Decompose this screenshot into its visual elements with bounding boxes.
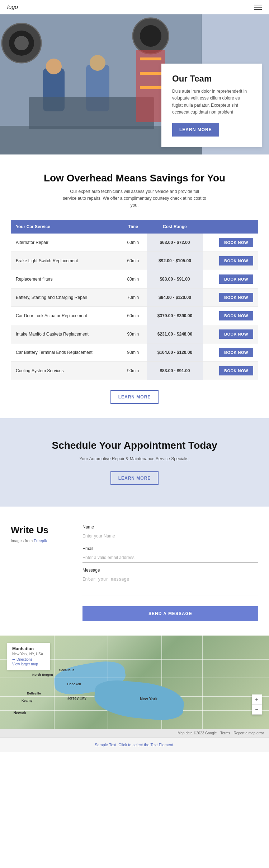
service-cost: $83.00 - $91.00 <box>147 361 203 380</box>
book-cell: BOOK NOW <box>203 270 258 288</box>
map-zoom-controls: + − <box>252 694 262 715</box>
service-name: Alternator Repair <box>11 234 119 252</box>
email-input[interactable] <box>82 553 258 563</box>
directions-arrow-icon: ➡ <box>12 657 15 661</box>
map-jersey-city-label: Jersey City <box>67 696 86 700</box>
map-north-bergen-label: North Bergen <box>32 673 53 677</box>
col-header-cost: Cost Range <box>147 220 203 234</box>
svg-rect-14 <box>140 72 161 75</box>
service-name: Brake Light Switch Replacement <box>11 251 119 270</box>
svg-rect-15 <box>140 86 161 89</box>
map-larger-link[interactable]: View larger map <box>12 662 45 666</box>
map-terms[interactable]: Terms <box>220 731 230 735</box>
service-time: 60min <box>119 306 147 325</box>
map-zoom-in-button[interactable]: + <box>252 694 262 705</box>
book-now-button[interactable]: BOOK NOW <box>219 274 253 284</box>
book-cell: BOOK NOW <box>203 251 258 270</box>
service-cost: $83.00 - $91.00 <box>147 270 203 288</box>
book-now-button[interactable]: BOOK NOW <box>219 329 253 339</box>
service-name: Battery, Starting and Charging Repair <box>11 288 119 306</box>
hero-section: Our Team Duis aute irure dolor in repreh… <box>0 14 269 154</box>
svg-rect-13 <box>140 57 161 60</box>
name-input[interactable] <box>82 531 258 541</box>
book-now-button[interactable]: BOOK NOW <box>219 366 253 375</box>
write-left: Write Us Images from Freepik <box>11 525 68 543</box>
col-header-time: Time <box>119 220 147 234</box>
book-now-button[interactable]: BOOK NOW <box>219 238 253 247</box>
appointment-learn-more-button[interactable]: LEARN MORE <box>110 471 159 485</box>
table-row: Replacement filters 80min $83.00 - $91.0… <box>11 270 258 288</box>
service-name: Car Door Lock Actuator Replacement <box>11 306 119 325</box>
send-message-button[interactable]: SEND A MESSAGE <box>82 606 258 621</box>
service-time: 90min <box>119 325 147 343</box>
services-table: Your Car Service Time Cost Range Alterna… <box>11 220 258 380</box>
book-now-button[interactable]: BOOK NOW <box>219 348 253 357</box>
book-now-button[interactable]: BOOK NOW <box>219 293 253 302</box>
map-section: New York Belleville Kearny Newark Secauc… <box>0 636 269 729</box>
svg-point-5 <box>140 25 161 47</box>
service-cost: $104.00 - $120.00 <box>147 343 203 361</box>
svg-point-3 <box>14 36 29 50</box>
name-label: Name <box>82 525 258 530</box>
table-footer: LEARN MORE <box>11 390 258 404</box>
service-name: Car Battery Terminal Ends Replacement <box>11 343 119 361</box>
map-road <box>0 678 269 678</box>
service-time: 90min <box>119 361 147 380</box>
map-road <box>0 710 269 711</box>
menu-button[interactable] <box>254 5 262 10</box>
service-time: 80min <box>119 270 147 288</box>
hero-card: Our Team Duis aute irure dolor in repreh… <box>161 64 262 147</box>
table-row: Cooling System Services 90min $83.00 - $… <box>11 361 258 380</box>
service-cost: $379.00 - $390.00 <box>147 306 203 325</box>
map-kearny-label: Kearny <box>22 699 33 702</box>
write-title: Write Us <box>11 525 68 536</box>
map-road <box>108 636 108 729</box>
footer-text[interactable]: Sample Text. Click to select the Text El… <box>95 743 174 747</box>
service-cost: $92.00 - $105.00 <box>147 251 203 270</box>
book-cell: BOOK NOW <box>203 234 258 252</box>
map-city: Manhattan <box>12 646 45 651</box>
savings-section: Low Overhead Means Savings for You Our e… <box>0 154 269 418</box>
message-field-group: Message <box>82 568 258 597</box>
message-input[interactable] <box>82 574 258 596</box>
map-new-york-label: New York <box>140 697 157 701</box>
book-cell: BOOK NOW <box>203 325 258 343</box>
map-report[interactable]: Report a map error <box>234 731 264 735</box>
service-time: 70min <box>119 288 147 306</box>
services-learn-more-button[interactable]: LEARN MORE <box>110 390 159 404</box>
map-newark-label: Newark <box>14 711 27 715</box>
service-cost: $94.00 - $120.00 <box>147 288 203 306</box>
map-secaucus-label: Secaucus <box>59 668 74 672</box>
book-cell: BOOK NOW <box>203 306 258 325</box>
hero-learn-more-button[interactable]: LEARN MORE <box>172 123 219 137</box>
map-footer: Map data ©2023 Google Terms Report a map… <box>0 729 269 737</box>
map-road <box>161 636 162 729</box>
svg-point-7 <box>46 59 62 74</box>
map-directions-link[interactable]: ➡ Directions <box>12 657 45 661</box>
map-road <box>0 696 269 697</box>
appointment-title: Schedule Your Appointment Today <box>11 440 258 451</box>
map-info-box: Manhattan New York, NY, USA ➡ Directions… <box>7 643 50 670</box>
map-belleville-label: Belleville <box>27 692 41 695</box>
map-zoom-out-button[interactable]: − <box>252 705 262 715</box>
svg-point-9 <box>90 55 105 71</box>
logo: logo <box>7 4 18 10</box>
col-header-action <box>203 220 258 234</box>
service-cost: $231.00 - $248.00 <box>147 325 203 343</box>
table-row: Intake Manifold Gaskets Replacement 90mi… <box>11 325 258 343</box>
book-now-button[interactable]: BOOK NOW <box>219 311 253 320</box>
freepik-link[interactable]: Freepik <box>34 539 47 543</box>
svg-rect-11 <box>29 97 154 129</box>
contact-form: Name Email Message SEND A MESSAGE <box>82 525 258 621</box>
table-row: Battery, Starting and Charging Repair 70… <box>11 288 258 306</box>
email-label: Email <box>82 546 258 551</box>
write-section: Write Us Images from Freepik Name Email … <box>0 507 269 636</box>
book-now-button[interactable]: BOOK NOW <box>219 256 253 266</box>
email-field-group: Email <box>82 546 258 563</box>
appointment-section: Schedule Your Appointment Today Your Aut… <box>0 418 269 507</box>
map-attribution: Map data ©2023 Google <box>178 731 217 735</box>
table-row: Car Door Lock Actuator Replacement 60min… <box>11 306 258 325</box>
table-row: Alternator Repair 60min $63.00 - $72.00 … <box>11 234 258 252</box>
map-hoboken-label: Hoboken <box>67 682 81 686</box>
appointment-subtitle: Your Automotive Repair & Maintenance Ser… <box>11 456 258 461</box>
